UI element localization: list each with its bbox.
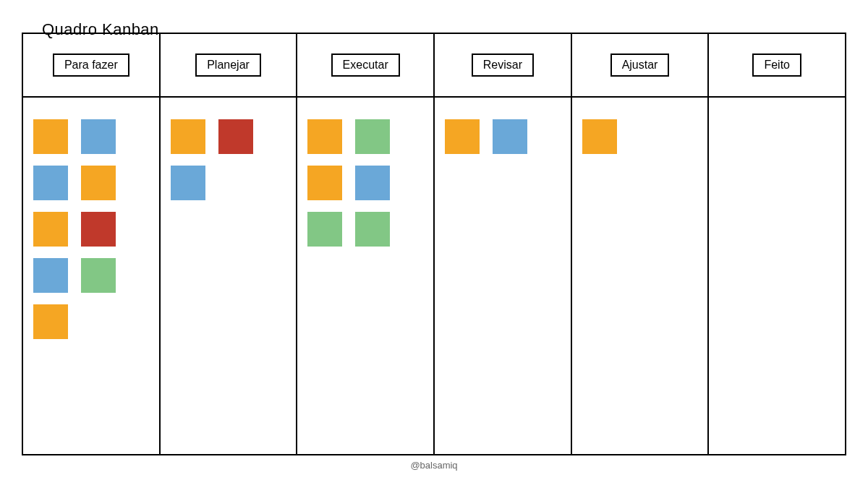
card-list-review bbox=[435, 119, 571, 154]
kanban-card[interactable] bbox=[307, 166, 342, 200]
card-row bbox=[33, 212, 149, 247]
column-header-done: Feito bbox=[709, 34, 845, 96]
column-label-todo[interactable]: Para fazer bbox=[53, 53, 129, 76]
card-row bbox=[171, 166, 286, 200]
column-body-review[interactable] bbox=[435, 98, 572, 454]
card-list-todo bbox=[23, 119, 159, 339]
column-body-adjust[interactable] bbox=[572, 98, 710, 454]
column-header-adjust: Ajustar bbox=[572, 34, 710, 96]
card-list-adjust bbox=[572, 119, 708, 154]
kanban-card[interactable] bbox=[33, 258, 68, 293]
column-label-execute[interactable]: Executar bbox=[331, 53, 400, 76]
card-row bbox=[582, 119, 698, 154]
kanban-card[interactable] bbox=[81, 166, 116, 200]
column-header-row: Para fazerPlanejarExecutarRevisarAjustar… bbox=[23, 34, 845, 98]
column-body-done[interactable] bbox=[709, 98, 845, 454]
kanban-card[interactable] bbox=[171, 119, 205, 154]
kanban-card[interactable] bbox=[33, 119, 68, 154]
kanban-card[interactable] bbox=[582, 119, 617, 154]
column-header-execute: Executar bbox=[297, 34, 435, 96]
kanban-card[interactable] bbox=[81, 119, 116, 154]
column-header-todo: Para fazer bbox=[23, 34, 161, 96]
credit-text: @balsamiq bbox=[0, 460, 868, 471]
kanban-card[interactable] bbox=[81, 212, 116, 247]
column-label-adjust[interactable]: Ajustar bbox=[610, 53, 670, 76]
kanban-card[interactable] bbox=[355, 166, 390, 200]
card-row bbox=[33, 304, 149, 339]
card-row bbox=[33, 166, 149, 200]
card-row bbox=[307, 119, 423, 154]
column-body-plan[interactable] bbox=[161, 98, 298, 454]
column-label-plan[interactable]: Planejar bbox=[195, 53, 261, 76]
card-row bbox=[33, 119, 149, 154]
card-row bbox=[307, 212, 423, 247]
column-header-review: Revisar bbox=[435, 34, 572, 96]
card-row bbox=[445, 119, 561, 154]
kanban-stage: Quadro Kanban Para fazerPlanejarExecutar… bbox=[0, 0, 868, 488]
column-body-execute[interactable] bbox=[297, 98, 435, 454]
kanban-card[interactable] bbox=[307, 119, 342, 154]
kanban-card[interactable] bbox=[33, 166, 68, 200]
column-body-todo[interactable] bbox=[23, 98, 161, 454]
card-row bbox=[307, 166, 423, 200]
card-row bbox=[33, 258, 149, 293]
kanban-card[interactable] bbox=[355, 212, 390, 247]
kanban-card[interactable] bbox=[445, 119, 480, 154]
column-header-plan: Planejar bbox=[161, 34, 298, 96]
kanban-card[interactable] bbox=[218, 119, 253, 154]
kanban-card[interactable] bbox=[355, 119, 390, 154]
kanban-card[interactable] bbox=[81, 258, 116, 293]
card-row bbox=[171, 119, 286, 154]
kanban-card[interactable] bbox=[171, 166, 205, 200]
kanban-card[interactable] bbox=[33, 212, 68, 247]
kanban-card[interactable] bbox=[307, 212, 342, 247]
kanban-board: Para fazerPlanejarExecutarRevisarAjustar… bbox=[22, 33, 846, 455]
column-label-done[interactable]: Feito bbox=[752, 53, 801, 76]
column-body-row bbox=[23, 98, 845, 454]
kanban-card[interactable] bbox=[33, 304, 68, 339]
card-list-execute bbox=[297, 119, 433, 247]
kanban-card[interactable] bbox=[493, 119, 527, 154]
card-list-plan bbox=[161, 119, 297, 200]
column-label-review[interactable]: Revisar bbox=[472, 53, 534, 76]
